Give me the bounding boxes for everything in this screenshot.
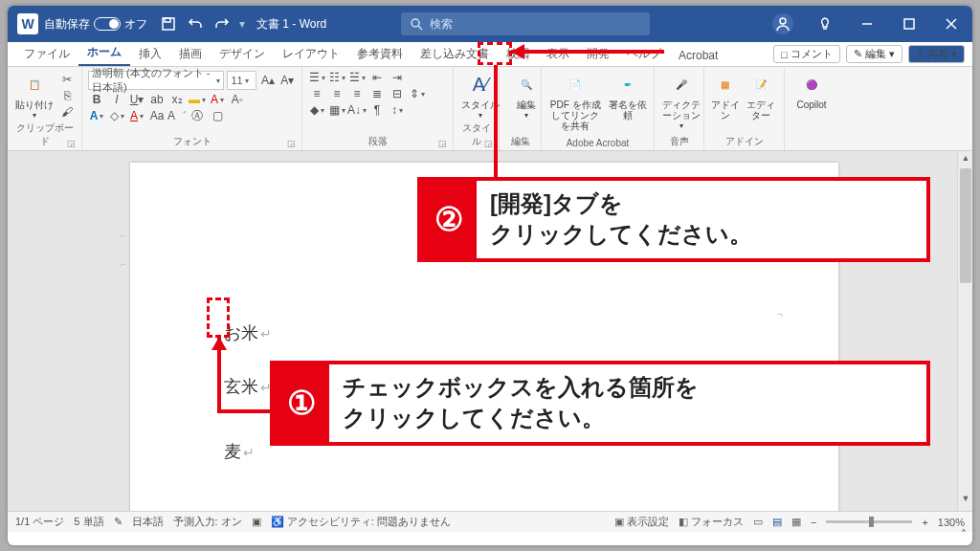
- maximize-button[interactable]: [889, 6, 929, 42]
- sort2-icon[interactable]: ↕: [389, 103, 406, 117]
- tab-insert[interactable]: 挿入: [130, 42, 170, 66]
- char-border-icon[interactable]: ▢: [209, 109, 226, 122]
- group-acrobat: 📄 PDF を作成してリンクを共有 ✒ 署名を依頼 Adobe Acrobat: [542, 67, 655, 150]
- web-layout-icon[interactable]: ▦: [791, 516, 801, 528]
- highlight-checkbox-spot: [207, 298, 230, 338]
- bullets-icon[interactable]: ☰: [308, 71, 325, 84]
- font-color-icon[interactable]: A: [209, 93, 226, 106]
- scroll-up-icon[interactable]: ▲: [958, 153, 972, 168]
- tab-file[interactable]: ファイル: [15, 42, 78, 66]
- accessibility-status[interactable]: ♿アクセシビリティ: 問題ありません: [271, 515, 451, 529]
- show-marks-icon[interactable]: ¶: [368, 103, 386, 117]
- editing-mode-button[interactable]: ✎ 編集 ▾: [846, 45, 902, 63]
- word-count[interactable]: 5 単語: [74, 515, 103, 529]
- close-button[interactable]: [931, 6, 971, 42]
- group-paragraph: ☰ ☷ ☱ ⇤ ⇥ ≡ ≡ ≡ ≣ ⊟ ⇕ ◆ ▦ A↓: [302, 67, 454, 150]
- strike-icon[interactable]: ab: [148, 93, 166, 106]
- macro-icon[interactable]: ▣: [252, 516, 261, 528]
- tab-acrobat[interactable]: Acrobat: [670, 45, 726, 66]
- comments-button[interactable]: □ コメント: [773, 45, 840, 63]
- addins-button[interactable]: ▦ アドイン: [710, 71, 741, 121]
- tab-view[interactable]: 表示: [538, 42, 578, 66]
- shrink-font-icon[interactable]: A▾: [279, 74, 296, 87]
- line-spacing-icon[interactable]: ⇕: [409, 87, 426, 100]
- undo-button[interactable]: [183, 11, 208, 36]
- lightbulb-button[interactable]: [805, 6, 845, 42]
- align-left-icon[interactable]: ≡: [308, 87, 325, 100]
- grow-font-icon[interactable]: A▴: [259, 74, 276, 87]
- change-case-icon[interactable]: Aa: [148, 109, 166, 122]
- align-center-icon[interactable]: ≡: [328, 87, 345, 100]
- vertical-scrollbar[interactable]: ▲ ▼: [957, 151, 972, 511]
- distribute-icon[interactable]: ⊟: [389, 87, 406, 100]
- tab-home[interactable]: ホーム: [78, 40, 130, 66]
- align-right-icon[interactable]: ≡: [348, 87, 366, 100]
- ribbon: 📋 貼り付け▾ ✂ ⎘ 🖌 クリップボード◲ 游明朝 (本文のフォント - 日本…: [8, 67, 972, 151]
- return-icon: ↵: [243, 445, 255, 460]
- tab-design[interactable]: デザイン: [211, 42, 274, 66]
- minimize-button[interactable]: [847, 6, 887, 42]
- share-button[interactable]: ⇪ 共有 ▾: [908, 45, 965, 63]
- inc-indent-icon[interactable]: ⇥: [389, 71, 406, 84]
- dec-indent-icon[interactable]: ⇤: [368, 71, 386, 84]
- zoom-out-button[interactable]: −: [811, 517, 816, 528]
- italic-icon[interactable]: I: [108, 93, 125, 106]
- display-settings[interactable]: ▣表示設定: [614, 515, 669, 529]
- callout-text: [開発]タブを クリックしてください。: [477, 181, 766, 258]
- shading2-icon[interactable]: ◆: [308, 103, 325, 117]
- tab-references[interactable]: 参考資料: [348, 42, 412, 66]
- save-button[interactable]: [156, 11, 181, 36]
- text-effects-icon[interactable]: A: [88, 109, 105, 122]
- copy-icon[interactable]: ⎘: [58, 89, 76, 102]
- scroll-thumb[interactable]: [960, 168, 971, 283]
- phonetic-icon[interactable]: A゛: [168, 109, 186, 122]
- font-size-select[interactable]: 11: [227, 71, 256, 90]
- editor-button[interactable]: 📝 エディター: [745, 71, 778, 121]
- create-pdf-button[interactable]: 📄 PDF を作成してリンクを共有: [547, 71, 603, 131]
- svg-point-3: [780, 18, 786, 24]
- font-name-select[interactable]: 游明朝 (本文のフォント - 日本語): [88, 71, 224, 90]
- focus-mode[interactable]: ◧フォーカス: [679, 515, 744, 529]
- numbering-icon[interactable]: ☷: [328, 71, 345, 84]
- text-line: お米↵: [224, 321, 272, 344]
- zoom-in-button[interactable]: +: [922, 517, 927, 528]
- dictate-button[interactable]: 🎤 ディクテーション▾: [660, 71, 702, 131]
- autosave-toggle[interactable]: 自動保存 オフ: [44, 16, 147, 33]
- format-painter-icon[interactable]: 🖌: [58, 105, 76, 119]
- collapse-ribbon-icon[interactable]: ˄: [961, 528, 967, 541]
- print-layout-icon[interactable]: ▤: [772, 516, 782, 528]
- tab-help[interactable]: ヘルプ: [618, 42, 670, 66]
- spellcheck-icon[interactable]: ✎: [114, 516, 122, 528]
- shading-icon[interactable]: ◇: [108, 109, 125, 122]
- read-mode-icon[interactable]: ▭: [753, 516, 763, 528]
- account-button[interactable]: [763, 6, 803, 42]
- justify-icon[interactable]: ≣: [368, 87, 386, 100]
- callout-2: ② [開発]タブを クリックしてください。: [417, 177, 930, 262]
- underline-icon[interactable]: U▾: [128, 93, 145, 106]
- bold-icon[interactable]: B: [88, 93, 105, 106]
- copilot-button[interactable]: 🟣 Copilot: [791, 71, 833, 110]
- multilevel-icon[interactable]: ☱: [348, 71, 366, 84]
- borders-icon[interactable]: ▦: [328, 103, 345, 117]
- ime-status[interactable]: 予測入力: オン: [173, 515, 242, 529]
- page-status[interactable]: 1/1 ページ: [15, 515, 64, 529]
- redo-button[interactable]: [210, 11, 234, 36]
- tab-draw[interactable]: 描画: [170, 42, 211, 66]
- clear-format-icon[interactable]: A◦: [229, 93, 246, 106]
- paste-button[interactable]: 📋 貼り付け▾: [13, 71, 55, 121]
- language-status[interactable]: 日本語: [132, 515, 164, 529]
- enclose-icon[interactable]: Ⓐ: [189, 109, 206, 122]
- cut-icon[interactable]: ✂: [58, 73, 76, 86]
- request-sign-button[interactable]: ✒ 署名を依頼: [607, 71, 648, 121]
- scroll-down-icon[interactable]: ▼: [958, 494, 972, 509]
- zoom-slider[interactable]: [826, 520, 912, 523]
- font-color2-icon[interactable]: A: [128, 109, 145, 122]
- tab-layout[interactable]: レイアウト: [274, 42, 348, 66]
- return-icon: ↵: [260, 326, 272, 342]
- sub-sup-icon[interactable]: x₂: [168, 93, 186, 106]
- sort-icon[interactable]: A↓: [348, 103, 366, 117]
- search-input[interactable]: 検索: [401, 12, 650, 35]
- zoom-value[interactable]: 130%: [938, 517, 965, 528]
- highlight-icon[interactable]: ▬: [189, 93, 206, 106]
- tab-developer[interactable]: 開発: [578, 42, 618, 66]
